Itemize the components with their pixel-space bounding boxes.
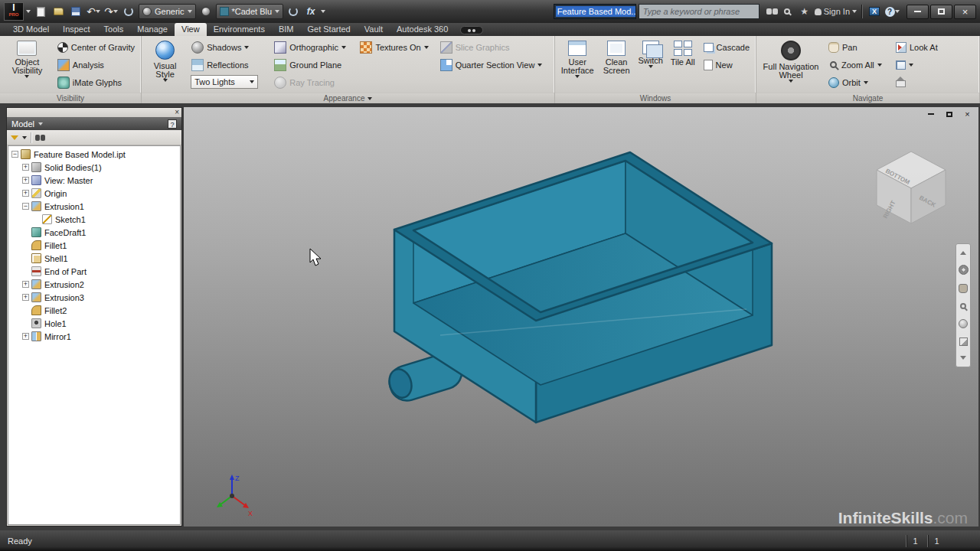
tree-item[interactable]: Fillet1 — [8, 239, 180, 252]
app-menu-arrow-icon[interactable] — [26, 10, 31, 13]
tab-autodesk-360[interactable]: Autodesk 360 — [390, 23, 455, 36]
pan-button[interactable]: Pan — [826, 39, 889, 55]
parameters-button[interactable]: fx — [303, 4, 318, 19]
center-of-gravity-button[interactable]: Center of Gravity — [55, 39, 137, 55]
tab-bim[interactable]: BIM — [272, 23, 301, 36]
inventor-logo[interactable]: IPRO — [4, 2, 24, 21]
tab-3d-model[interactable]: 3D Model — [6, 23, 56, 36]
tree-toggle-minus-icon[interactable]: − — [11, 151, 18, 158]
visual-style-button[interactable]: Visual Style — [145, 39, 185, 91]
graphics-viewport[interactable]: × — [184, 107, 978, 527]
update-button[interactable] — [121, 4, 136, 19]
tree-item[interactable]: End of Part — [8, 265, 180, 278]
orbit-icon[interactable] — [959, 319, 968, 328]
user-interface-button[interactable]: User Interface — [559, 39, 596, 91]
filter-dropdown-icon[interactable] — [22, 136, 27, 139]
tree-item[interactable]: −Extrusion1 — [8, 200, 180, 213]
textures-on-button[interactable]: Textures On — [358, 39, 433, 55]
pan-icon[interactable] — [959, 284, 968, 293]
tree-toggle-plus-icon[interactable]: + — [22, 333, 29, 340]
tab-vault[interactable]: Vault — [358, 23, 390, 36]
view-face-button[interactable] — [893, 57, 950, 73]
help-button[interactable]: ? — [884, 4, 900, 19]
material-browser-button[interactable] — [198, 4, 214, 19]
part-model[interactable] — [385, 152, 772, 422]
full-navigation-wheel-button[interactable]: Full Navigation Wheel — [760, 39, 822, 91]
tree-toggle-plus-icon[interactable]: + — [22, 294, 29, 301]
favorites-button[interactable]: ★ — [797, 4, 812, 19]
look-at-icon[interactable] — [959, 337, 968, 346]
panel-label-visibility[interactable]: Visibility — [0, 93, 141, 103]
document-close-button[interactable]: × — [962, 109, 972, 119]
tree-item[interactable]: FaceDraft1 — [8, 226, 180, 239]
document-restore-button[interactable] — [944, 109, 954, 119]
home-view-button[interactable] — [893, 74, 950, 90]
tree-item[interactable]: +Mirror1 — [8, 330, 180, 343]
infocenter-toggle[interactable] — [460, 26, 483, 34]
browser-close-icon[interactable]: × — [175, 109, 179, 116]
browser-title-dropdown-icon[interactable] — [38, 122, 43, 126]
redo-button[interactable]: ↷ — [103, 4, 119, 19]
adjust-button[interactable] — [286, 4, 301, 19]
chevron-down-icon[interactable] — [960, 356, 966, 360]
reflections-button[interactable]: Reflections — [189, 57, 267, 73]
shadows-button[interactable]: Shadows — [189, 39, 267, 55]
chevron-up-icon[interactable] — [960, 251, 966, 255]
tree-item[interactable]: +Origin — [8, 187, 180, 200]
tree-toggle-minus-icon[interactable]: − — [22, 203, 29, 210]
tab-get-started[interactable]: Get Started — [300, 23, 357, 36]
tree-item[interactable]: +View: Master — [8, 174, 180, 187]
panel-label-windows[interactable]: Windows — [555, 93, 756, 103]
material-dropdown[interactable]: Generic — [139, 4, 196, 19]
tree-toggle-plus-icon[interactable]: + — [22, 281, 29, 288]
tab-environments[interactable]: Environments — [207, 23, 272, 36]
imate-glyphs-button[interactable]: iMate Glyphs — [55, 74, 137, 90]
tree-item[interactable]: +Extrusion2 — [8, 278, 180, 291]
zoom-all-button[interactable]: Zoom All — [826, 57, 889, 73]
tree-item[interactable]: Sketch1 — [8, 213, 180, 226]
open-file-button[interactable] — [51, 4, 66, 19]
restore-button[interactable] — [930, 5, 952, 19]
analysis-button[interactable]: Analysis — [55, 57, 137, 73]
appearance-dropdown[interactable]: *Cadet Blu — [216, 4, 284, 19]
zoom-icon[interactable] — [960, 303, 966, 309]
clean-screen-button[interactable]: Clean Screen — [600, 39, 632, 91]
browser-title[interactable]: Model — [11, 119, 34, 129]
save-button[interactable] — [68, 4, 83, 19]
undo-button[interactable]: ↶ — [86, 4, 101, 19]
find-icon[interactable] — [35, 135, 40, 141]
cascade-button[interactable]: Cascade — [701, 39, 752, 55]
ground-plane-button[interactable]: Ground Plane — [272, 57, 353, 73]
tree-item[interactable]: +Solid Bodies(1) — [8, 161, 180, 174]
tab-manage[interactable]: Manage — [130, 23, 175, 36]
tree-item[interactable]: −Feature Based Model.ipt — [8, 148, 180, 161]
exchange-apps-button[interactable]: X — [867, 4, 882, 19]
lighting-style-dropdown[interactable]: Two Lights — [191, 75, 258, 89]
close-button[interactable]: × — [954, 5, 976, 19]
minimize-button[interactable] — [906, 5, 929, 19]
browser-help-icon[interactable]: ? — [168, 119, 177, 129]
navigation-wheel-icon[interactable] — [959, 265, 969, 275]
tab-tools[interactable]: Tools — [97, 23, 131, 36]
zoom-help-button[interactable] — [779, 4, 795, 19]
search-button[interactable] — [762, 4, 777, 19]
tree-item[interactable]: +Extrusion3 — [8, 291, 180, 304]
look-at-button[interactable]: Look At — [893, 39, 950, 55]
tree-item[interactable]: Shell1 — [8, 252, 180, 265]
viewport-canvas[interactable]: BOTTOM RIGHT BACK Z X — [184, 107, 978, 527]
tree-item[interactable]: Hole1 — [8, 317, 180, 330]
tree-toggle-plus-icon[interactable]: + — [22, 177, 29, 184]
tree-toggle-plus-icon[interactable]: + — [22, 190, 29, 197]
search-keyword-box[interactable]: Feature Based Mod... — [554, 4, 636, 19]
quarter-section-view-button[interactable]: Quarter Section View — [438, 57, 550, 73]
viewcube[interactable]: BOTTOM RIGHT BACK — [877, 152, 946, 223]
search-input[interactable] — [639, 4, 760, 19]
new-file-button[interactable] — [33, 4, 48, 19]
tab-inspect[interactable]: Inspect — [56, 23, 96, 36]
document-minimize-button[interactable] — [926, 109, 936, 119]
tile-all-button[interactable]: Tile All — [669, 39, 697, 91]
panel-label-navigate[interactable]: Navigate — [756, 93, 979, 103]
orbit-button[interactable]: Orbit — [826, 74, 889, 90]
new-window-button[interactable]: New — [701, 57, 752, 73]
object-visibility-button[interactable]: Object Visibility — [4, 39, 51, 91]
